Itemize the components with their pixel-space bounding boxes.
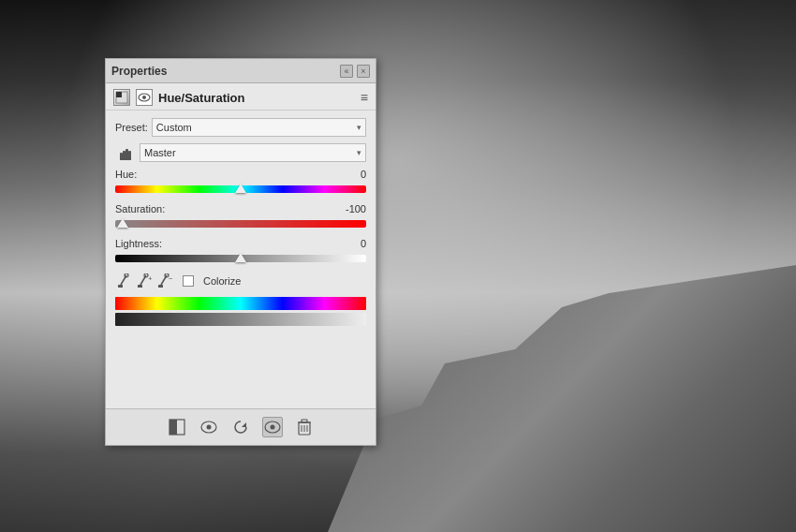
gray-bar bbox=[115, 313, 366, 326]
saturation-thumb[interactable] bbox=[117, 218, 128, 229]
reset-button[interactable] bbox=[230, 417, 251, 437]
panel-body: Preset: Custom ▾ Master ▾ bbox=[106, 111, 376, 408]
svg-rect-1 bbox=[116, 92, 122, 97]
hand-icon bbox=[115, 142, 136, 163]
saturation-thumb-triangle bbox=[117, 218, 128, 228]
saturation-value: -100 bbox=[346, 203, 366, 214]
hue-section: Hue: 0 bbox=[115, 169, 366, 196]
hue-slider[interactable] bbox=[115, 183, 366, 196]
svg-point-26 bbox=[271, 425, 275, 430]
preset-label: Preset: bbox=[115, 122, 148, 133]
lightness-section: Lightness: 0 bbox=[115, 238, 366, 265]
panel-titlebar: Properties « × bbox=[106, 59, 376, 83]
svg-marker-24 bbox=[242, 422, 246, 427]
delete-button[interactable] bbox=[294, 417, 315, 437]
lightness-value: 0 bbox=[361, 238, 366, 249]
saturation-slider[interactable] bbox=[115, 217, 366, 230]
eyedropper-plus-button[interactable]: + bbox=[136, 273, 153, 289]
colorize-row: + − Colorize bbox=[115, 273, 366, 289]
channel-dropdown-arrow: ▾ bbox=[357, 148, 361, 157]
titlebar-buttons: « × bbox=[340, 65, 370, 78]
preset-dropdown[interactable]: Custom ▾ bbox=[152, 118, 366, 137]
panel-header: Hue/Saturation ≡ bbox=[106, 83, 376, 111]
mask-button[interactable] bbox=[167, 417, 187, 437]
svg-rect-10 bbox=[118, 285, 123, 288]
lightness-slider[interactable] bbox=[115, 252, 366, 265]
hue-value: 0 bbox=[361, 169, 366, 180]
colorize-label: Colorize bbox=[203, 275, 241, 287]
svg-rect-17 bbox=[158, 285, 163, 288]
channel-dropdown[interactable]: Master ▾ bbox=[140, 143, 366, 162]
saturation-section: Saturation: -100 bbox=[115, 203, 366, 230]
svg-rect-21 bbox=[170, 420, 177, 435]
properties-panel: Properties « × Hue/Saturation ≡ bbox=[105, 58, 376, 446]
saturation-header: Saturation: -100 bbox=[115, 203, 366, 214]
eyedropper-icons: + − bbox=[115, 273, 173, 289]
lightness-thumb-triangle bbox=[235, 253, 246, 262]
saturation-label: Saturation: bbox=[115, 203, 165, 214]
header-left: Hue/Saturation bbox=[113, 89, 244, 106]
panel-menu-icon[interactable]: ≡ bbox=[361, 90, 368, 105]
svg-point-3 bbox=[142, 96, 146, 99]
hue-header: Hue: 0 bbox=[115, 169, 366, 180]
preset-dropdown-arrow: ▾ bbox=[357, 123, 361, 132]
svg-point-23 bbox=[207, 425, 212, 430]
panel-title: Properties bbox=[111, 65, 167, 78]
eyedropper-minus-button[interactable]: − bbox=[156, 273, 173, 289]
saturation-bar bbox=[115, 220, 366, 228]
visibility-button[interactable] bbox=[262, 417, 283, 437]
rainbow-bar bbox=[115, 297, 366, 310]
hue-label: Hue: bbox=[115, 169, 137, 180]
visibility-icon[interactable] bbox=[136, 89, 153, 106]
collapse-button[interactable]: « bbox=[340, 65, 353, 78]
svg-rect-13 bbox=[138, 285, 142, 288]
lightness-thumb[interactable] bbox=[235, 253, 246, 264]
svg-rect-8 bbox=[120, 157, 131, 160]
spacer bbox=[115, 326, 366, 401]
preset-row: Preset: Custom ▾ bbox=[115, 118, 366, 137]
adjustment-title: Hue/Saturation bbox=[158, 91, 244, 105]
colorize-checkbox[interactable] bbox=[183, 275, 194, 287]
svg-text:+: + bbox=[148, 274, 152, 283]
close-button[interactable]: × bbox=[357, 65, 370, 78]
lightness-header: Lightness: 0 bbox=[115, 238, 366, 249]
color-bars bbox=[115, 297, 366, 326]
view-clipping-button[interactable] bbox=[199, 417, 219, 437]
eyedropper-button[interactable] bbox=[115, 273, 132, 289]
svg-text:−: − bbox=[169, 274, 172, 283]
channel-value: Master bbox=[144, 147, 176, 158]
hue-thumb[interactable] bbox=[235, 184, 246, 195]
svg-rect-29 bbox=[302, 420, 307, 422]
hue-thumb-triangle bbox=[235, 184, 246, 193]
channel-row: Master ▾ bbox=[115, 142, 366, 163]
lightness-label: Lightness: bbox=[115, 238, 162, 249]
panel-footer bbox=[106, 408, 376, 445]
preset-value: Custom bbox=[156, 122, 192, 133]
layer-icon bbox=[113, 89, 130, 106]
